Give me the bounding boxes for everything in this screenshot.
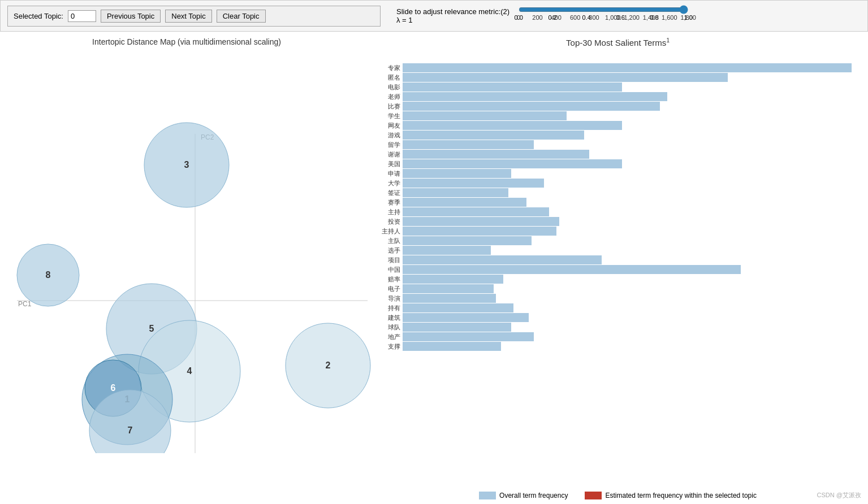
- bar-row: 匿名: [379, 73, 857, 82]
- bar-row: 选手: [379, 246, 857, 255]
- bar-track: [403, 188, 857, 197]
- bar-track: [403, 332, 857, 341]
- bar-row: 导演: [379, 294, 857, 303]
- bar-track: [403, 207, 857, 216]
- bar-label: 申请: [379, 170, 400, 178]
- x-axis: [403, 52, 851, 62]
- bar-fill: [403, 207, 549, 216]
- bar-fill: [403, 63, 852, 72]
- prev-topic-button[interactable]: Previous Topic: [101, 10, 161, 23]
- bar-row: 主队: [379, 236, 857, 245]
- bar-label: 主持: [379, 208, 400, 216]
- topic-input[interactable]: [68, 10, 96, 22]
- bar-track: [403, 284, 857, 293]
- bar-track: [403, 275, 857, 284]
- watermark: CSDN @艾派孜: [817, 491, 861, 499]
- bar-track: [403, 227, 857, 236]
- bar-label: 主队: [379, 237, 400, 245]
- label-4: 4: [187, 366, 192, 376]
- bar-label: 留学: [379, 141, 400, 149]
- label-8: 8: [46, 270, 51, 280]
- legend-overall-label: Overall term frequency: [499, 492, 568, 499]
- bar-label: 比赛: [379, 102, 400, 111]
- bar-track: [403, 246, 857, 255]
- slide-label: Slide to adjust relevance metric:(2): [396, 7, 509, 16]
- relevance-slider[interactable]: [519, 5, 688, 14]
- bar-row: 赔率: [379, 275, 857, 284]
- bar-row: 学生: [379, 111, 857, 120]
- bar-fill: [403, 227, 556, 236]
- pc1-label: PC1: [18, 300, 32, 308]
- bar-label: 持有: [379, 304, 400, 312]
- x-tick-1000: 1,000: [605, 14, 621, 21]
- bar-row: 地产: [379, 332, 857, 341]
- bar-label: 签证: [379, 189, 400, 197]
- bar-track: [403, 179, 857, 188]
- bar-label: 中国: [379, 266, 400, 274]
- bar-label: 项目: [379, 256, 400, 264]
- bar-label: 支撑: [379, 342, 400, 351]
- bar-fill: [403, 303, 513, 312]
- bar-fill: [403, 284, 494, 293]
- bar-label: 选手: [379, 246, 400, 255]
- bar-track: [403, 294, 857, 303]
- legend-estimated-box: [585, 492, 602, 499]
- bar-row: 中国: [379, 265, 857, 274]
- bar-track: [403, 82, 857, 92]
- bar-track: [403, 342, 857, 351]
- bar-row: 球队: [379, 323, 857, 332]
- bar-row: 建筑: [379, 313, 857, 322]
- bar-fill: [403, 92, 667, 101]
- legend-overall: Overall term frequency: [479, 492, 568, 499]
- bar-fill: [403, 188, 508, 197]
- chart-area: 专家匿名电影老师比赛学生网友游戏留学谢谢美国申请大学签证赛季主持投资主持人主队选…: [379, 52, 857, 487]
- bar-row: 谢谢: [379, 150, 857, 159]
- top-bar: Selected Topic: Previous Topic Next Topi…: [0, 0, 868, 32]
- topic-controls: Selected Topic: Previous Topic Next Topi…: [7, 6, 381, 27]
- left-panel: Intertopic Distance Map (via multidimens…: [0, 32, 373, 504]
- bar-track: [403, 159, 857, 168]
- bar-fill: [403, 198, 526, 207]
- bar-label: 主持人: [379, 227, 400, 236]
- bar-fill: [403, 102, 660, 111]
- legend: Overall term frequency Estimated term fr…: [379, 487, 857, 504]
- bar-track: [403, 255, 857, 264]
- bar-row: 投资: [379, 217, 857, 226]
- bar-fill: [403, 73, 728, 82]
- bar-label: 球队: [379, 323, 400, 332]
- bar-fill: [403, 313, 529, 322]
- bar-row: 支撑: [379, 342, 857, 351]
- bar-label: 匿名: [379, 73, 400, 82]
- bar-row: 签证: [379, 188, 857, 197]
- bar-row: 赛季: [379, 198, 857, 207]
- clear-topic-button[interactable]: Clear Topic: [217, 10, 266, 23]
- bar-fill: [403, 150, 589, 159]
- bar-fill: [403, 323, 511, 332]
- bar-track: [403, 131, 857, 140]
- bar-label: 谢谢: [379, 150, 400, 159]
- bar-label: 游戏: [379, 131, 400, 140]
- x-tick-0: 0: [517, 14, 520, 21]
- bar-chart: 专家匿名电影老师比赛学生网友游戏留学谢谢美国申请大学签证赛季主持投资主持人主队选…: [379, 63, 857, 487]
- main-content: Intertopic Distance Map (via multidimens…: [0, 32, 868, 504]
- bar-fill: [403, 246, 491, 255]
- bar-label: 美国: [379, 160, 400, 168]
- bar-fill: [403, 82, 622, 92]
- bar-track: [403, 198, 857, 207]
- bar-label: 电子: [379, 285, 400, 293]
- bar-fill: [403, 342, 501, 351]
- bar-label: 赔率: [379, 275, 400, 284]
- bar-label: 导演: [379, 294, 400, 303]
- bar-fill: [403, 236, 532, 245]
- bar-fill: [403, 217, 559, 226]
- legend-estimated: Estimated term frequency within the sele…: [585, 492, 756, 499]
- label-2: 2: [326, 360, 331, 370]
- bar-row: 专家: [379, 63, 857, 72]
- next-topic-button[interactable]: Next Topic: [165, 10, 211, 23]
- bar-label: 学生: [379, 112, 400, 120]
- x-tick-1600: 1,600: [662, 14, 677, 21]
- bar-fill: [403, 179, 544, 188]
- bar-fill: [403, 275, 503, 284]
- bar-track: [403, 169, 857, 178]
- bar-label: 地产: [379, 333, 400, 341]
